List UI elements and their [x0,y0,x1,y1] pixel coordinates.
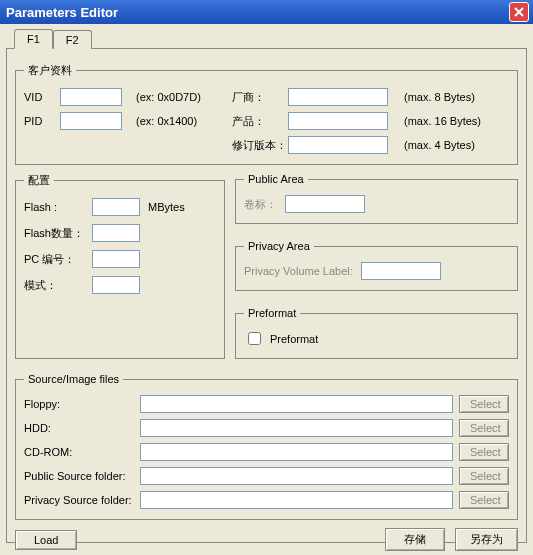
tab-f1[interactable]: F1 [14,29,53,49]
public-source-label: Public Source folder: [24,470,134,482]
save-button[interactable]: 存储 [385,528,445,551]
flash-label: Flash : [24,201,92,213]
public-source-select-button[interactable]: Select [459,467,509,485]
flash-count-label: Flash数量： [24,226,92,241]
group-config-legend: 配置 [24,173,54,188]
group-source: Source/Image files Floppy: Select HDD: S… [15,373,518,520]
revision-input[interactable] [288,136,388,154]
floppy-input[interactable] [140,395,453,413]
group-public-area: Public Area 卷标： [235,173,518,224]
mode-label: 模式： [24,278,92,293]
privacy-source-input[interactable] [140,491,453,509]
vid-input[interactable] [60,88,122,106]
window-titlebar: Parameters Editor [0,0,533,24]
privacy-volume-input[interactable] [361,262,441,280]
flash-unit: MBytes [148,201,185,213]
floppy-select-button[interactable]: Select [459,395,509,413]
hdd-select-button[interactable]: Select [459,419,509,437]
public-source-input[interactable] [140,467,453,485]
product-input[interactable] [288,112,388,130]
public-volume-input[interactable] [285,195,365,213]
product-hint: (max. 16 Bytes) [404,115,509,127]
vendor-label: 厂商： [232,90,282,105]
flash-input[interactable] [92,198,140,216]
group-customer: 客户资料 VID (ex: 0x0D7D) 厂商： (max. 8 Bytes)… [15,63,518,165]
save-as-button[interactable]: 另存为 [455,528,518,551]
privacy-source-select-button[interactable]: Select [459,491,509,509]
cdrom-input[interactable] [140,443,453,461]
group-config: 配置 Flash : MBytes Flash数量： PC 编号： 模式： [15,173,225,359]
window-title: Parameters Editor [6,5,118,20]
pc-num-input[interactable] [92,250,140,268]
revision-label: 修订版本： [232,138,282,153]
pid-hint: (ex: 0x1400) [136,115,226,127]
close-icon[interactable] [509,2,529,22]
pc-num-label: PC 编号： [24,252,92,267]
cdrom-select-button[interactable]: Select [459,443,509,461]
flash-count-input[interactable] [92,224,140,242]
privacy-source-label: Privacy Source folder: [24,494,134,506]
public-volume-label: 卷标： [244,197,277,212]
group-preformat-legend: Preformat [244,307,300,319]
load-button[interactable]: Load [15,530,77,550]
group-source-legend: Source/Image files [24,373,123,385]
cdrom-label: CD-ROM: [24,446,134,458]
hdd-input[interactable] [140,419,453,437]
floppy-label: Floppy: [24,398,134,410]
hdd-label: HDD: [24,422,134,434]
product-label: 产品： [232,114,282,129]
pid-label: PID [24,115,54,127]
group-preformat: Preformat Preformat [235,307,518,359]
revision-hint: (max. 4 Bytes) [404,139,509,151]
mode-input[interactable] [92,276,140,294]
group-public-area-legend: Public Area [244,173,308,185]
pid-input[interactable] [60,112,122,130]
vid-hint: (ex: 0x0D7D) [136,91,226,103]
group-privacy-area: Privacy Area Privacy Volume Label: [235,240,518,291]
vid-label: VID [24,91,54,103]
group-privacy-area-legend: Privacy Area [244,240,314,252]
group-customer-legend: 客户资料 [24,63,76,78]
tab-f2[interactable]: F2 [53,30,92,49]
preformat-checkbox[interactable] [248,332,261,345]
vendor-input[interactable] [288,88,388,106]
vendor-hint: (max. 8 Bytes) [404,91,509,103]
preformat-checkbox-label: Preformat [270,333,318,345]
privacy-volume-label: Privacy Volume Label: [244,265,353,277]
